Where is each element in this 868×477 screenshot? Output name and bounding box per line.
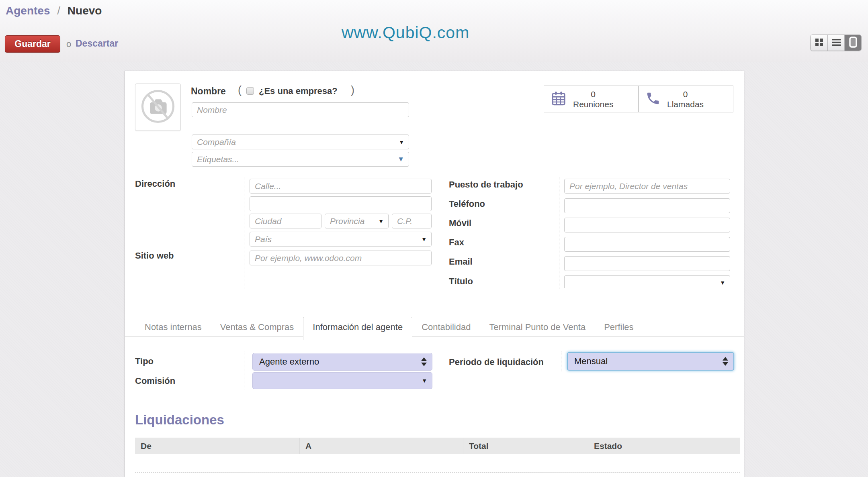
settlements-title: Liquidaciones	[135, 412, 224, 428]
column-header-estado[interactable]: Estado	[588, 438, 740, 454]
mobile-input[interactable]	[564, 218, 730, 232]
name-input[interactable]	[192, 102, 409, 117]
calls-label: Llamadas	[667, 99, 704, 109]
type-value: Agente externo	[253, 357, 319, 367]
settlement-period-value: Mensual	[568, 356, 608, 367]
settlement-period-select[interactable]: Mensual	[567, 352, 734, 371]
breadcrumb-current: Nuevo	[68, 4, 102, 17]
paren-close: )	[351, 84, 354, 96]
breadcrumb-separator: /	[53, 4, 64, 17]
street-input[interactable]	[250, 179, 432, 194]
commission-select[interactable]: ▼	[252, 372, 432, 389]
zip-input[interactable]	[392, 214, 432, 228]
or-text: o	[66, 39, 71, 49]
website-label: Sitio web	[135, 251, 174, 261]
tab-informacion-del-agente[interactable]: Información del agente	[303, 317, 412, 340]
email-label: Email	[449, 257, 473, 267]
company-placeholder: Compañía	[192, 137, 236, 147]
tab-notas-internas[interactable]: Notas internas	[135, 318, 211, 336]
chevron-down-icon: ▼	[399, 139, 404, 145]
type-label: Tipo	[135, 356, 154, 367]
title-label: Título	[449, 276, 473, 287]
company-select[interactable]: Compañía ▼	[192, 135, 409, 149]
divider	[135, 472, 740, 473]
address-label: Dirección	[135, 179, 175, 189]
tab-terminal-punto-de-venta[interactable]: Terminal Punto de Venta	[480, 318, 595, 336]
form-sheet: Nombre ( ¿Es una empresa? ) Compañía ▼ E…	[125, 71, 744, 477]
page: Agentes / Nuevo Guardar o Descartar www.…	[0, 0, 868, 477]
state-select[interactable]: Provincia ▼	[325, 214, 389, 228]
email-input[interactable]	[564, 256, 730, 271]
divider	[125, 317, 744, 317]
is-company-checkbox[interactable]	[246, 87, 254, 95]
website-input[interactable]	[250, 251, 432, 265]
phone-input[interactable]	[564, 198, 730, 213]
select-spinner-icon	[421, 357, 427, 366]
tags-select[interactable]: Etiquetas... ▼	[192, 152, 409, 167]
column-header-total[interactable]: Total	[463, 438, 588, 454]
street2-input[interactable]	[250, 196, 432, 211]
list-view-button[interactable]	[827, 35, 844, 51]
breadcrumb: Agentes / Nuevo	[6, 4, 102, 17]
paren-open: (	[238, 84, 242, 96]
is-company-label: ¿Es una empresa?	[259, 86, 338, 96]
name-label: Nombre	[191, 86, 226, 97]
column-header-a[interactable]: A	[300, 438, 463, 454]
kanban-view-button[interactable]	[811, 35, 827, 51]
calls-count: 0	[667, 89, 704, 99]
divider	[561, 351, 561, 372]
meetings-label: Reuniones	[573, 99, 613, 109]
view-switcher	[810, 35, 862, 51]
notebook-tabs: Notas internas Ventas & Compras Informac…	[125, 318, 744, 336]
calls-stat-button[interactable]: 0 Llamadas	[639, 86, 733, 112]
tab-contabilidad[interactable]: Contabilidad	[412, 318, 480, 336]
select-spinner-icon	[723, 357, 728, 366]
settlements-table: De A Total Estado	[135, 438, 740, 454]
fax-input[interactable]	[564, 237, 730, 252]
state-placeholder: Provincia	[325, 216, 364, 226]
phone-icon	[645, 91, 661, 107]
fax-label: Fax	[449, 237, 464, 248]
chevron-down-icon: ▼	[421, 236, 427, 243]
no-photo-icon	[139, 87, 177, 128]
save-button[interactable]: Guardar	[5, 35, 60, 53]
divider	[244, 351, 244, 390]
column-header-de[interactable]: De	[135, 438, 300, 454]
type-select[interactable]: Agente externo	[252, 353, 432, 371]
site-title: www.QubiQ.com	[342, 23, 469, 42]
country-placeholder: País	[250, 234, 272, 244]
meetings-stat-button[interactable]: 0 Reuniones	[544, 86, 639, 112]
tab-perfiles[interactable]: Perfiles	[595, 318, 643, 336]
form-icon	[849, 37, 858, 49]
divider	[559, 177, 559, 289]
chevron-down-icon: ▼	[720, 279, 725, 286]
tab-ventas-compras[interactable]: Ventas & Compras	[211, 318, 303, 336]
chevron-down-icon: ▼	[422, 377, 427, 384]
settlements-table-header: De A Total Estado	[135, 438, 740, 454]
job-position-label: Puesto de trabajo	[449, 179, 523, 190]
breadcrumb-agentes[interactable]: Agentes	[6, 4, 50, 17]
phone-label: Teléfono	[449, 199, 485, 209]
divider	[244, 177, 244, 289]
job-position-input[interactable]	[564, 179, 730, 194]
discard-link[interactable]: Descartar	[76, 38, 118, 49]
chevron-down-icon: ▼	[397, 155, 404, 163]
calendar-icon	[551, 90, 567, 108]
city-input[interactable]	[250, 214, 321, 228]
mobile-label: Móvil	[449, 218, 471, 228]
chevron-down-icon: ▼	[378, 218, 384, 224]
meetings-count: 0	[573, 89, 613, 99]
list-icon	[832, 39, 841, 47]
avatar[interactable]	[135, 84, 181, 131]
title-select[interactable]: ▼	[564, 275, 730, 288]
control-panel: Agentes / Nuevo Guardar o Descartar www.…	[0, 0, 868, 62]
settlement-period-label: Periodo de liquidación	[449, 357, 544, 367]
form-view-button[interactable]	[844, 35, 861, 51]
commission-label: Comisión	[135, 376, 175, 386]
kanban-icon	[815, 39, 823, 47]
tags-placeholder: Etiquetas...	[192, 155, 239, 164]
country-select[interactable]: País ▼	[250, 232, 432, 247]
